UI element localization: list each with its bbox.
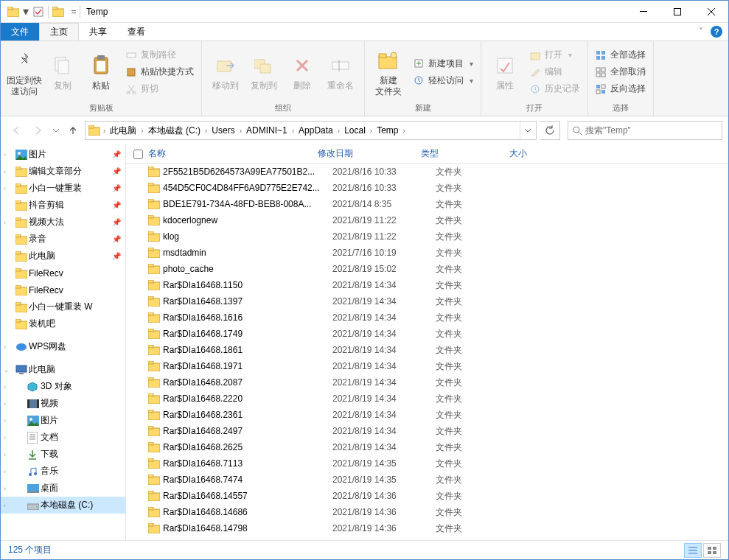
chevron-right-icon[interactable]: › [139, 127, 144, 135]
table-row[interactable]: Rar$DIa16468.16162021/8/19 14:34文件夹 [126, 309, 728, 326]
open-button[interactable]: 打开▾ [527, 47, 583, 63]
nav-item[interactable]: ›文档 [1, 429, 125, 446]
table-row[interactable]: Rar$DIa16468.23612021/8/19 14:34文件夹 [126, 407, 728, 423]
nav-item[interactable]: 抖音剪辑📌 [1, 197, 125, 214]
properties-button[interactable]: 属性 [486, 44, 524, 100]
expand-icon[interactable]: › [4, 417, 6, 424]
copy-path-button[interactable]: 复制路径 [123, 47, 197, 63]
file-list[interactable]: 2F5521B5D6264573A99EA77501B2...2021/8/16… [126, 164, 728, 540]
table-row[interactable]: Rar$DIa16468.71132021/8/19 14:35文件夹 [126, 455, 728, 472]
breadcrumb-segment[interactable]: 本地磁盘 (C:) [145, 125, 203, 137]
tab-share[interactable]: 共享 [79, 23, 117, 41]
rename-button[interactable]: 重命名 [321, 44, 360, 100]
chevron-right-icon[interactable]: › [402, 127, 407, 135]
history-button[interactable]: 历史记录 [527, 81, 583, 97]
select-all-checkbox[interactable] [133, 148, 148, 158]
breadcrumb-segment[interactable]: Temp [374, 125, 401, 136]
new-folder-button[interactable]: 新建 文件夹 [369, 44, 408, 100]
nav-item[interactable]: ›图片📌 [1, 146, 125, 163]
copy-to-button[interactable]: 复制到 [245, 44, 283, 100]
invert-selection-button[interactable]: 反向选择 [593, 81, 649, 97]
nav-item[interactable]: 录音📌 [1, 231, 125, 248]
expand-icon[interactable]: › [4, 219, 6, 226]
easy-access-button[interactable]: 轻松访问▾ [411, 72, 476, 88]
table-row[interactable]: kdocerlognew2021/8/19 11:22文件夹 [126, 212, 728, 228]
qat-dropdown-icon[interactable]: ▾ [21, 1, 30, 22]
breadcrumb-segment[interactable]: ADMINI~1 [243, 125, 290, 136]
new-item-button[interactable]: 新建项目▾ [411, 55, 476, 71]
close-button[interactable] [694, 1, 728, 22]
expand-icon[interactable]: › [4, 383, 6, 391]
chevron-right-icon[interactable]: › [238, 127, 243, 135]
nav-item[interactable]: ›下载 [1, 446, 125, 463]
breadcrumb-segment[interactable]: Local [341, 125, 369, 136]
breadcrumb-dropdown[interactable] [520, 122, 534, 139]
select-all-button[interactable]: 全部选择 [593, 47, 649, 63]
chevron-right-icon[interactable]: › [369, 127, 374, 135]
table-row[interactable]: 2F5521B5D6264573A99EA77501B2...2021/8/16… [126, 164, 728, 180]
chevron-right-icon[interactable]: › [336, 127, 341, 135]
nav-item[interactable]: ›音乐 [1, 463, 125, 480]
expand-icon[interactable]: › [4, 168, 6, 175]
nav-item[interactable]: ›本地磁盘 (C:) [1, 497, 125, 514]
expand-icon[interactable]: › [4, 502, 6, 509]
properties-icon[interactable] [30, 4, 46, 20]
expand-icon[interactable]: › [4, 185, 6, 192]
paste-shortcut-button[interactable]: 粘贴快捷方式 [123, 64, 197, 80]
column-size[interactable]: 大小 [509, 147, 554, 160]
table-row[interactable]: Rar$DIa16468.20872021/8/19 14:34文件夹 [126, 374, 728, 391]
nav-item[interactable]: 小白一键重装 W [1, 298, 125, 315]
tab-file[interactable]: 文件 [1, 23, 39, 41]
chevron-right-icon[interactable]: › [203, 127, 209, 135]
paste-button[interactable]: 粘贴 [82, 44, 120, 100]
refresh-button[interactable] [540, 121, 560, 140]
breadcrumb-segment[interactable]: Users [209, 125, 237, 136]
expand-icon[interactable]: › [4, 343, 6, 351]
tab-view[interactable]: 查看 [117, 23, 156, 41]
back-button[interactable] [7, 121, 26, 140]
breadcrumb-segment[interactable]: 此电脑 [107, 125, 139, 137]
copy-button[interactable]: 复制 [43, 44, 82, 100]
table-row[interactable]: Rar$DIa16468.145572021/8/19 14:36文件夹 [126, 488, 728, 504]
help-icon[interactable]: ? [711, 26, 722, 38]
forward-button[interactable] [29, 121, 48, 140]
expand-icon[interactable]: › [4, 151, 6, 158]
tab-home[interactable]: 主页 [39, 23, 79, 41]
table-row[interactable]: 454D5CF0C4D84FF6A9D775E2E742...2021/8/16… [126, 180, 728, 196]
table-row[interactable]: photo_cache2021/8/19 15:02文件夹 [126, 261, 728, 277]
column-name[interactable]: 名称 [148, 147, 318, 160]
nav-item[interactable]: ⌄此电脑 [1, 361, 125, 378]
column-date[interactable]: 修改日期 [318, 147, 421, 160]
collapse-ribbon-icon[interactable]: ˅ [699, 27, 703, 37]
maximize-button[interactable] [660, 1, 694, 22]
chevron-right-icon[interactable]: › [102, 127, 107, 135]
recent-dropdown[interactable] [51, 121, 61, 140]
move-to-button[interactable]: 移动到 [206, 44, 245, 100]
table-row[interactable]: Rar$DIa16468.74742021/8/19 14:35文件夹 [126, 472, 728, 488]
nav-item[interactable]: ›图片 [1, 412, 125, 429]
table-row[interactable]: Rar$DIa16468.18612021/8/19 14:34文件夹 [126, 342, 728, 358]
table-row[interactable]: Rar$DIa16468.24972021/8/19 14:34文件夹 [126, 423, 728, 439]
minimize-button[interactable] [627, 1, 660, 22]
nav-item[interactable]: ›编辑文章部分📌 [1, 163, 125, 180]
nav-item[interactable]: ›视频大法📌 [1, 214, 125, 231]
edit-button[interactable]: 编辑 [527, 64, 583, 80]
table-row[interactable]: Rar$DIa16468.146862021/8/19 14:36文件夹 [126, 504, 728, 520]
nav-item[interactable]: ›桌面 [1, 480, 125, 497]
details-view-button[interactable] [684, 543, 702, 558]
delete-button[interactable]: 删除 [283, 44, 321, 100]
nav-item[interactable]: ›WPS网盘 [1, 338, 125, 355]
expand-icon[interactable]: › [4, 400, 6, 407]
breadcrumb-segment[interactable]: AppData [296, 125, 336, 136]
nav-item[interactable]: ›3D 对象 [1, 378, 125, 395]
table-row[interactable]: Rar$DIa16468.13972021/8/19 14:34文件夹 [126, 293, 728, 309]
table-row[interactable]: Rar$DIa16468.19712021/8/19 14:34文件夹 [126, 358, 728, 374]
pin-to-quick-access-button[interactable]: 固定到快 速访问 [5, 44, 43, 100]
expand-icon[interactable]: › [4, 451, 6, 458]
table-row[interactable]: Rar$DIa16468.26252021/8/19 14:34文件夹 [126, 439, 728, 455]
search-box[interactable] [568, 121, 722, 140]
nav-item[interactable]: ›小白一键重装📌 [1, 180, 125, 197]
nav-item[interactable]: FileRecv [1, 265, 125, 281]
nav-item[interactable]: 装机吧 [1, 315, 125, 332]
expand-icon[interactable]: ⌄ [4, 366, 10, 374]
